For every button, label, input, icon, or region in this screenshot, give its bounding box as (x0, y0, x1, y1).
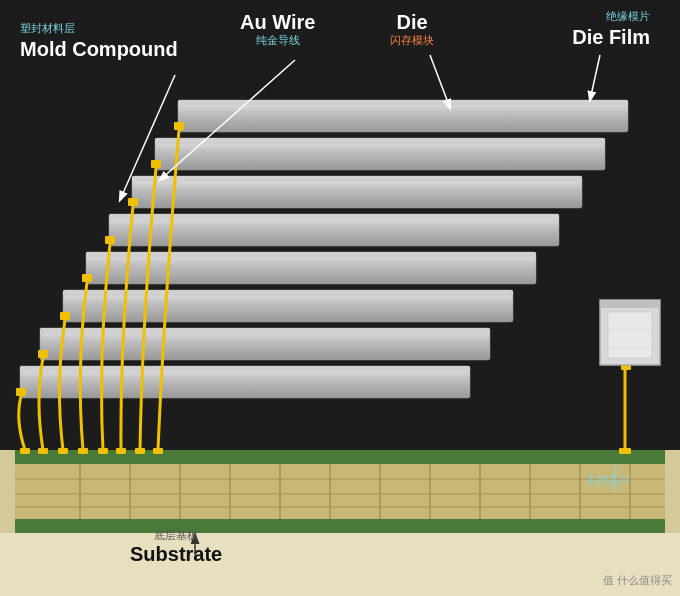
svg-rect-24 (155, 138, 605, 144)
svg-rect-3 (15, 464, 665, 519)
svg-rect-46 (98, 448, 108, 454)
svg-rect-49 (151, 160, 161, 168)
die-label: Die 闪存模块 (390, 10, 434, 47)
die-en: Die (396, 11, 427, 33)
substrate-en: Substrate (130, 543, 222, 565)
mold-compound-label: 塑封材料层 Mold Compound (20, 22, 178, 61)
die-zh: 闪存模块 (390, 34, 434, 47)
controller-zh: 主控芯片 (586, 474, 630, 486)
svg-rect-41 (60, 312, 70, 320)
mold-compound-zh: 塑封材料层 (20, 22, 178, 35)
diagram-svg (0, 0, 680, 596)
svg-rect-53 (619, 448, 631, 454)
svg-rect-26 (132, 176, 582, 182)
svg-rect-51 (174, 122, 184, 130)
svg-rect-32 (63, 290, 513, 296)
svg-rect-2 (15, 450, 665, 464)
svg-rect-36 (20, 366, 470, 372)
svg-rect-34 (40, 328, 490, 334)
svg-rect-43 (82, 274, 92, 282)
die-film-zh: 绝缘模片 (572, 10, 650, 23)
watermark: 值 什么值得买 (603, 573, 672, 588)
controller-label: 主控芯片 (586, 473, 630, 488)
svg-rect-57 (608, 312, 652, 358)
svg-rect-38 (20, 448, 30, 454)
substrate-label: 底层基板 Substrate (130, 528, 222, 566)
die-film-en: Die Film (572, 26, 650, 48)
mold-compound-en: Mold Compound (20, 38, 178, 60)
substrate-zh: 底层基板 (130, 528, 222, 543)
watermark-text: 什么值得买 (617, 574, 672, 586)
svg-rect-20 (0, 533, 680, 596)
svg-rect-19 (15, 519, 665, 533)
svg-rect-52 (153, 448, 163, 454)
au-wire-zh: 纯金导线 (240, 34, 315, 47)
svg-rect-50 (135, 448, 145, 454)
svg-rect-42 (58, 448, 68, 454)
svg-rect-45 (105, 236, 115, 244)
svg-rect-48 (116, 448, 126, 454)
svg-rect-39 (38, 350, 48, 358)
die-film-label: 绝缘模片 Die Film (572, 10, 650, 49)
au-wire-label: Au Wire 纯金导线 (240, 10, 315, 47)
watermark-icon: 值 (603, 574, 614, 586)
svg-rect-56 (600, 300, 660, 308)
svg-rect-37 (16, 388, 26, 396)
au-wire-en: Au Wire (240, 11, 315, 33)
svg-rect-40 (38, 448, 48, 454)
svg-rect-28 (109, 214, 559, 220)
svg-rect-30 (86, 252, 536, 258)
svg-rect-44 (78, 448, 88, 454)
svg-rect-47 (128, 198, 138, 206)
diagram-container: 塑封材料层 Mold Compound Au Wire 纯金导线 Die 闪存模… (0, 0, 680, 596)
